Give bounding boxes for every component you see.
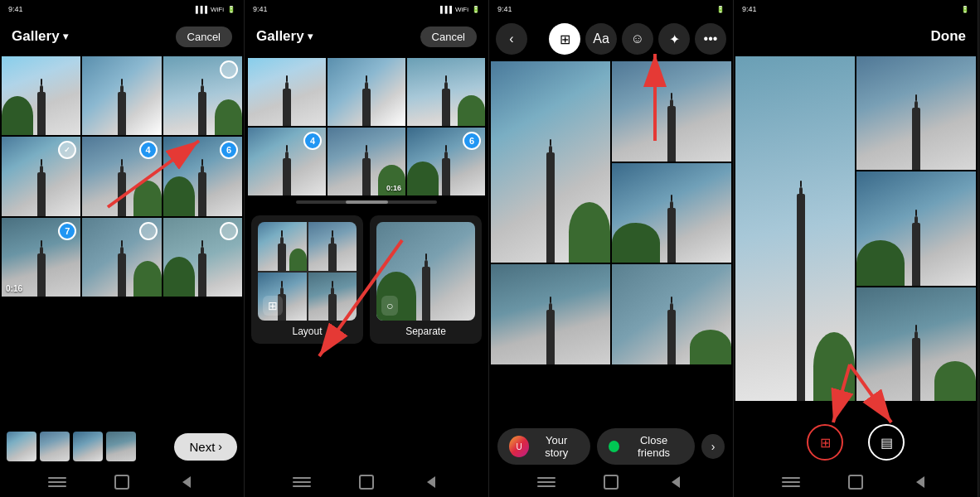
photo-cell-2[interactable] bbox=[82, 56, 161, 135]
photo-2-2[interactable] bbox=[327, 58, 405, 126]
back-icon: ‹ bbox=[509, 31, 513, 46]
thumb-3[interactable] bbox=[73, 432, 103, 461]
collage-3-4[interactable] bbox=[491, 264, 610, 364]
thumbnail-strip bbox=[7, 432, 169, 461]
nav-home-2[interactable] bbox=[358, 474, 375, 490]
nav-home-icon[interactable] bbox=[114, 474, 130, 490]
collage-3-1[interactable] bbox=[491, 61, 610, 263]
thumb-4[interactable] bbox=[106, 432, 136, 461]
layout-toolbar-btn[interactable]: ⊞ bbox=[549, 23, 580, 55]
collage-4-3[interactable] bbox=[856, 171, 976, 285]
collage-grid-3 bbox=[489, 60, 733, 366]
nav-back-2[interactable] bbox=[423, 474, 439, 490]
collage-4-1[interactable] bbox=[735, 56, 855, 401]
wifi-icon: WiFi bbox=[211, 6, 224, 13]
close-friends-btn[interactable]: Close friends bbox=[597, 428, 695, 465]
status-bar-2: 9:41 ▐▐▐ WiFi 🔋 bbox=[245, 0, 488, 18]
photo-cell-7[interactable]: 7 0:16 bbox=[2, 218, 80, 297]
separate-circle-icon[interactable]: ▤ bbox=[868, 424, 905, 461]
photo-cell-8[interactable] bbox=[82, 218, 161, 297]
photo-cell-5[interactable]: 4 bbox=[82, 137, 161, 215]
sticker-toolbar-btn[interactable]: ☺ bbox=[622, 23, 653, 55]
photo-cell-4[interactable]: ✓ bbox=[2, 137, 80, 215]
screen-2: 9:41 ▐▐▐ WiFi 🔋 Gallery ▾ Cancel bbox=[245, 0, 489, 497]
photo-2-5[interactable]: 0:16 bbox=[327, 128, 405, 195]
photo-cell-3[interactable] bbox=[163, 56, 242, 135]
selection-empty-3 bbox=[220, 60, 238, 79]
next-arrow: › bbox=[218, 440, 222, 453]
layout-icon-badge: ⊞ bbox=[263, 296, 283, 316]
nav-back-icon[interactable] bbox=[178, 474, 195, 490]
photo-cell-9[interactable] bbox=[163, 218, 242, 297]
next-button[interactable]: Next › bbox=[174, 433, 237, 461]
header-bar-1: Gallery ▾ Cancel bbox=[0, 18, 244, 55]
collage-3-5[interactable] bbox=[612, 264, 731, 364]
more-toolbar-btn[interactable]: ••• bbox=[695, 23, 726, 55]
badge-4: 4 bbox=[139, 141, 158, 159]
photo-grid-1: ✓ 4 6 7 0:16 bbox=[0, 55, 244, 298]
story-arrow-label: › bbox=[711, 440, 716, 453]
story-arrow[interactable]: › bbox=[701, 434, 725, 459]
photo-2-4[interactable]: 4 bbox=[248, 128, 326, 195]
thumb-1[interactable] bbox=[7, 432, 36, 461]
story-bar: U Your story Close friends › bbox=[489, 426, 733, 467]
text-toolbar-btn[interactable]: Aa bbox=[585, 23, 617, 55]
grid-container-1: ✓ 4 6 7 0:16 bbox=[0, 55, 244, 298]
cancel-button-2[interactable]: Cancel bbox=[420, 27, 477, 47]
collage-4-2[interactable] bbox=[856, 56, 976, 170]
layout-circle-icon[interactable]: ⊞ bbox=[807, 424, 843, 461]
gallery-chevron-2: ▾ bbox=[308, 31, 313, 42]
photo-2-6[interactable]: 6 bbox=[407, 128, 485, 195]
header-bar-2: Gallery ▾ Cancel bbox=[245, 18, 488, 55]
collage-3-2[interactable] bbox=[612, 61, 731, 162]
nav-menu-2[interactable] bbox=[294, 474, 310, 490]
signal-2: ▐▐▐ bbox=[438, 6, 452, 13]
photo-2-1[interactable] bbox=[248, 58, 326, 126]
toolbar-icons: ⊞ Aa ☺ ✦ ••• bbox=[549, 23, 726, 55]
photo-2-3[interactable] bbox=[407, 58, 485, 126]
collage-grid-4 bbox=[734, 55, 978, 403]
status-bar-3: 9:41 🔋 bbox=[489, 0, 733, 18]
next-label: Next bbox=[189, 440, 215, 454]
layout-option-2[interactable]: ○ Separate bbox=[370, 215, 482, 344]
thumb-2[interactable] bbox=[40, 432, 70, 461]
bottom-icons-bar: ⊞ ▤ bbox=[734, 417, 978, 467]
story-avatar: U bbox=[509, 436, 529, 457]
gallery-title-2[interactable]: Gallery ▾ bbox=[256, 28, 313, 45]
your-story-btn[interactable]: U Your story bbox=[497, 428, 590, 465]
nav-menu-3[interactable] bbox=[538, 474, 555, 490]
header-bar-4: Done bbox=[734, 18, 978, 55]
separate-icon-badge: ○ bbox=[381, 296, 398, 316]
layout-option-1[interactable]: ⊞ Layout bbox=[251, 215, 363, 344]
nav-back-4[interactable] bbox=[912, 474, 929, 490]
back-button-3[interactable]: ‹ bbox=[496, 23, 527, 55]
photo-cell-6[interactable]: 6 bbox=[163, 137, 242, 215]
nav-home-3[interactable] bbox=[603, 474, 619, 490]
layout-grid-icon: ⊞ bbox=[268, 299, 278, 312]
badge-2-6: 6 bbox=[463, 132, 481, 150]
avatar-initial: U bbox=[516, 442, 522, 451]
grid-2: 4 0:16 6 bbox=[246, 56, 487, 197]
selection-empty-8 bbox=[139, 222, 158, 240]
nav-menu-4[interactable] bbox=[783, 474, 799, 490]
done-button[interactable]: Done bbox=[931, 28, 967, 45]
photo-grid-2: 4 0:16 6 bbox=[245, 55, 488, 209]
cancel-button-1[interactable]: Cancel bbox=[176, 27, 232, 47]
duration-2: 0:16 bbox=[386, 184, 401, 192]
nav-menu-icon[interactable] bbox=[49, 474, 65, 490]
nav-home-4[interactable] bbox=[847, 474, 864, 490]
badge-7: 7 bbox=[58, 222, 76, 240]
nav-bar-4 bbox=[734, 467, 978, 497]
separate-icon: ○ bbox=[386, 299, 393, 312]
effects-toolbar-btn[interactable]: ✦ bbox=[658, 23, 690, 55]
gallery-title-1[interactable]: Gallery ▾ bbox=[12, 28, 68, 45]
scroll-bar bbox=[346, 200, 388, 204]
time-2: 9:41 bbox=[253, 5, 268, 13]
collage-3-3[interactable] bbox=[612, 163, 731, 263]
collage-4-4[interactable] bbox=[856, 287, 976, 401]
photo-cell-1[interactable] bbox=[2, 56, 80, 135]
check-mark: ✓ bbox=[64, 146, 70, 154]
your-story-label: Your story bbox=[534, 434, 579, 459]
nav-bar-3 bbox=[489, 467, 733, 497]
nav-back-3[interactable] bbox=[667, 474, 684, 490]
